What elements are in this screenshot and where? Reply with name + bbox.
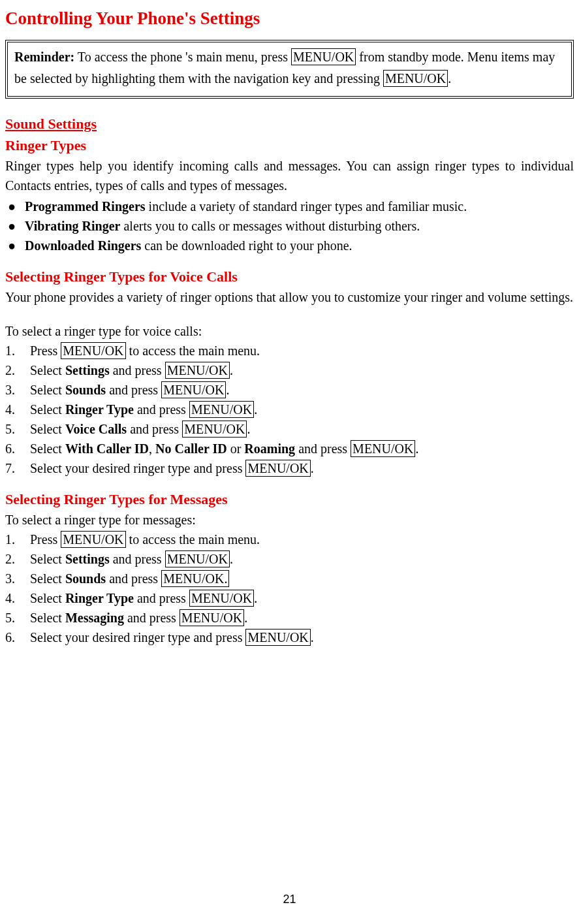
step-number: 1. [5,530,30,549]
step-text: Select your desired ringer type and pres… [30,628,574,647]
key-menu-ok: MENU/OK [165,362,230,379]
list-item: ●Programmed Ringers include a variety of… [5,197,574,216]
step-number: 5. [5,419,30,439]
step-bold: Settings [65,552,110,566]
step-text: Select With Caller ID, No Caller ID or R… [30,439,574,458]
key-menu-ok: MENU/OK [161,381,226,398]
messages-lead: To select a ringer type for messages: [5,510,574,530]
reminder-label: Reminder: [14,50,74,64]
step-text: Select Messaging and press MENU/OK. [30,608,574,628]
list-item: 6.Select your desired ringer type and pr… [5,628,574,647]
reminder-t1: To access the phone 's main menu, press [74,50,291,64]
reminder-t3: . [448,71,451,86]
step-text: Select Sounds and press MENU/OK. [30,569,574,588]
list-item: 1.Press MENU/OK to access the main menu. [5,530,574,549]
key-menu-ok: MENU/OK. [161,570,229,587]
reminder-outer: Reminder: To access the phone 's main me… [5,40,574,99]
step-bold: Ringer Type [65,402,134,417]
step-bold: Roaming [244,441,295,456]
list-item: 4.Select Ringer Type and press MENU/OK. [5,588,574,608]
ringer-intro: Ringer types help you identify incoming … [5,156,574,195]
step-number: 3. [5,569,30,588]
step-number: 7. [5,458,30,478]
list-item: 4.Select Ringer Type and press MENU/OK. [5,400,574,419]
step-text: Select Sounds and press MENU/OK. [30,380,574,400]
key-menu-ok: MENU/OK [61,342,125,359]
step-number: 4. [5,400,30,419]
step-bold: Settings [65,363,110,377]
key-menu-ok: MENU/OK [61,531,125,548]
key-menu-ok: MENU/OK [245,629,310,646]
key-menu-ok: MENU/OK [180,609,244,626]
list-item: 7.Select your desired ringer type and pr… [5,458,574,478]
reminder-box: Reminder: To access the phone 's main me… [7,42,572,97]
bullet-icon: ● [5,216,25,236]
step-text: Press MENU/OK to access the main menu. [30,341,574,360]
step-bold: With Caller ID [65,441,149,456]
step-number: 6. [5,439,30,458]
key-menu-ok: MENU/OK [291,48,356,65]
bullet-icon: ● [5,197,25,216]
key-menu-ok: MENU/OK [165,550,230,567]
step-bold: Ringer Type [65,591,134,605]
step-text: Select Settings and press MENU/OK. [30,549,574,569]
ringer-bullets: ●Programmed Ringers include a variety of… [5,197,574,255]
heading-messages: Selecting Ringer Types for Messages [5,488,574,510]
bullet-bold: Vibrating Ringer [25,219,120,233]
bullet-icon: ● [5,236,25,255]
step-bold: Sounds [65,571,106,586]
list-item: 5.Select Voice Calls and press MENU/OK. [5,419,574,439]
step-bold: Voice Calls [65,422,127,436]
list-item: 5.Select Messaging and press MENU/OK. [5,608,574,628]
list-item: 3.Select Sounds and press MENU/OK. [5,569,574,588]
step-text: Press MENU/OK to access the main menu. [30,530,574,549]
step-text: Select Settings and press MENU/OK. [30,360,574,380]
heading-voice-calls: Selecting Ringer Types for Voice Calls [5,266,574,287]
page-number: 21 [0,891,579,908]
step-number: 4. [5,588,30,608]
bullet-bold: Programmed Ringers [25,199,146,214]
voice-lead: To select a ringer type for voice calls: [5,321,574,341]
step-number: 2. [5,360,30,380]
key-menu-ok: MENU/OK [383,70,448,87]
heading-ringer-types: Ringer Types [5,135,574,156]
messages-steps: 1.Press MENU/OK to access the main menu.… [5,530,574,647]
key-menu-ok: MENU/OK [189,590,254,607]
key-menu-ok: MENU/OK [182,421,247,438]
step-text: Select your desired ringer type and pres… [30,458,574,478]
list-item: 2.Select Settings and press MENU/OK. [5,360,574,380]
step-text: Select Ringer Type and press MENU/OK. [30,588,574,608]
bullet-rest: include a variety of standard ringer typ… [146,199,467,214]
list-item: 6.Select With Caller ID, No Caller ID or… [5,439,574,458]
key-menu-ok: MENU/OK [189,401,254,418]
voice-steps: 1.Press MENU/OK to access the main menu.… [5,341,574,478]
list-item: ●Downloaded Ringers can be downloaded ri… [5,236,574,255]
step-bold: Sounds [65,383,106,397]
step-text: Select Ringer Type and press MENU/OK. [30,400,574,419]
heading-sound-settings: Sound Settings [5,113,574,135]
list-item: ●Vibrating Ringer alerts you to calls or… [5,216,574,236]
list-item: 2.Select Settings and press MENU/OK. [5,549,574,569]
step-number: 3. [5,380,30,400]
step-number: 1. [5,341,30,360]
bullet-rest: can be downloaded right to your phone. [141,238,352,253]
step-number: 5. [5,608,30,628]
step-bold: No Caller ID [155,441,227,456]
bullet-bold: Downloaded Ringers [25,238,141,253]
bullet-rest: alerts you to calls or messages without … [120,219,420,233]
list-item: 3.Select Sounds and press MENU/OK. [5,380,574,400]
step-number: 6. [5,628,30,647]
page-title: Controlling Your Phone's Settings [5,5,574,32]
key-menu-ok: MENU/OK [245,460,310,477]
key-menu-ok: MENU/OK [351,440,415,457]
step-bold: Messaging [65,611,124,625]
list-item: 1.Press MENU/OK to access the main menu. [5,341,574,360]
voice-intro: Your phone provides a variety of ringer … [5,287,574,307]
step-number: 2. [5,549,30,569]
step-text: Select Voice Calls and press MENU/OK. [30,419,574,439]
